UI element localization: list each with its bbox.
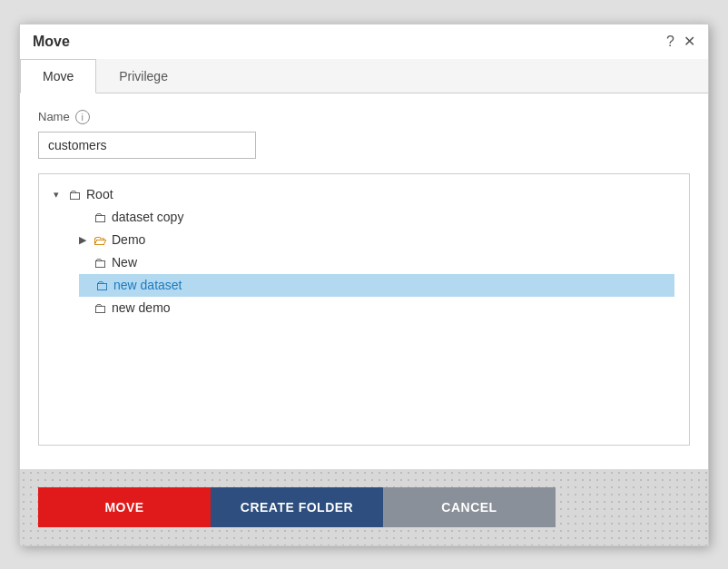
root-toggle-icon[interactable]: ▾ xyxy=(54,189,68,201)
toggle-new-dataset xyxy=(81,280,95,290)
toggle-dataset-copy xyxy=(79,211,93,222)
help-icon[interactable]: ? xyxy=(666,34,674,49)
tab-move[interactable]: Move xyxy=(20,59,96,93)
tree-root-row[interactable]: ▾ 🗀 Root xyxy=(54,187,674,202)
folder-icon-new-dataset: 🗀 xyxy=(95,278,109,293)
tree-item-demo[interactable]: ▶ 🗁 Demo xyxy=(79,229,674,251)
label-demo: Demo xyxy=(112,232,145,247)
dialog-title: Move xyxy=(33,34,70,50)
root-folder-icon: 🗀 xyxy=(68,187,82,202)
dialog-footer: MOVE CREATE FOLDER CANCEL xyxy=(20,469,708,545)
tree-item-dataset-copy[interactable]: 🗀 dataset copy xyxy=(79,206,674,229)
folder-icon-new: 🗀 xyxy=(93,255,107,270)
folder-icon-new-demo: 🗀 xyxy=(93,300,107,316)
name-input[interactable] xyxy=(38,132,256,159)
toggle-new xyxy=(79,257,93,268)
root-label: Root xyxy=(86,187,113,201)
label-new: New xyxy=(112,255,137,270)
cancel-button[interactable]: CANCEL xyxy=(383,487,556,527)
tree-container: ▾ 🗀 Root 🗀 dataset copy ▶ 🗁 Demo xyxy=(38,173,690,446)
folder-icon-dataset-copy: 🗀 xyxy=(93,210,107,225)
toggle-new-demo xyxy=(79,302,93,313)
name-field-label: Name i xyxy=(38,110,690,124)
tree-item-new[interactable]: 🗀 New xyxy=(79,251,674,274)
tabs: Move Privilege xyxy=(20,59,708,93)
tree-children: 🗀 dataset copy ▶ 🗁 Demo 🗀 New xyxy=(54,206,674,319)
titlebar-icons: ? ✕ xyxy=(666,34,695,49)
label-new-dataset: new dataset xyxy=(113,278,182,292)
move-button[interactable]: MOVE xyxy=(38,487,211,527)
name-info-icon: i xyxy=(75,110,90,124)
move-dialog: Move ? ✕ Move Privilege Name i ▾ 🗀 Root xyxy=(19,24,709,546)
toggle-demo[interactable]: ▶ xyxy=(79,234,93,246)
dialog-body: Name i ▾ 🗀 Root 🗀 dataset copy xyxy=(20,93,708,469)
create-folder-button[interactable]: CREATE FOLDER xyxy=(211,487,383,527)
label-dataset-copy: dataset copy xyxy=(112,210,183,224)
tree-item-new-dataset[interactable]: 🗀 new dataset xyxy=(79,274,674,297)
tree-item-new-demo[interactable]: 🗀 new demo xyxy=(79,297,674,319)
close-icon[interactable]: ✕ xyxy=(684,34,695,49)
tab-privilege[interactable]: Privilege xyxy=(96,59,191,93)
dialog-titlebar: Move ? ✕ xyxy=(20,25,708,59)
label-new-demo: new demo xyxy=(112,300,171,315)
folder-icon-demo: 🗁 xyxy=(93,232,107,248)
